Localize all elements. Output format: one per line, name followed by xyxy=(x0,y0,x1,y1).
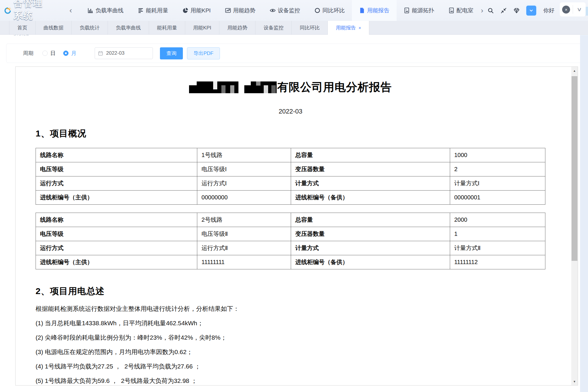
nav-item-label: 用能报告 xyxy=(367,7,390,14)
logo-icon xyxy=(4,2,11,19)
export-pdf-button[interactable]: 导出PDF xyxy=(187,47,220,59)
nav-item-energy-usage[interactable]: 能耗用量 xyxy=(131,0,175,21)
summary-intro: 根据能耗检测系统运行数据对业主整体用电进行统计分析，分析结果如下： xyxy=(36,306,545,312)
cell-value: 运行方式Ⅱ xyxy=(197,241,291,255)
tab-curve-data[interactable]: 曲线数据 xyxy=(36,21,72,34)
nav-item-label: 用能趋势 xyxy=(233,7,255,14)
cell-value: 11111112 xyxy=(450,255,545,269)
nav-item-comparison[interactable]: 同比环比 xyxy=(307,0,352,21)
tab-menu-button[interactable]: ∨ xyxy=(573,2,586,16)
compress-arrows-icon[interactable] xyxy=(500,7,507,14)
cell-label: 电压等级 xyxy=(36,227,197,241)
app-title: 能耗综合管理系统 xyxy=(14,0,52,22)
scrollbar-thumb[interactable] xyxy=(572,76,577,261)
tab-energy-trend[interactable]: 用能趋势 xyxy=(219,21,255,34)
nav-item-energy-report[interactable]: 用能报告 xyxy=(352,0,397,21)
chevron-down-icon xyxy=(529,8,534,13)
app-window: 能耗综合管理系统 ENERGY CONSUMPTION MANAGEMENT S… xyxy=(0,0,588,392)
cell-value: 1 xyxy=(450,227,545,241)
close-circle-icon: × xyxy=(562,6,570,14)
table-row: 进线柜编号（主供） 11111111 进线柜编号（备供） 11111112 xyxy=(36,255,545,269)
top-navbar: 能耗综合管理系统 ENERGY CONSUMPTION MANAGEMENT S… xyxy=(0,0,588,21)
nav-item-energy-topology[interactable]: 能源拓扑 xyxy=(397,0,441,21)
close-all-tabs-button[interactable]: × xyxy=(560,2,573,16)
summary-item-1: (1) 当月总耗电量14338.8kWh，日平均消耗电量462.54kWh； xyxy=(36,320,545,326)
report-file-icon xyxy=(359,7,365,14)
trend-chart-icon xyxy=(225,7,231,14)
circle-icon xyxy=(314,7,320,14)
cell-value: 00000001 xyxy=(450,191,545,205)
table-row: 电压等级 电压等级Ⅰ 变压器数量 2 xyxy=(36,162,545,176)
tab-energy-report[interactable]: 用能报告 × xyxy=(328,21,369,35)
cell-label: 运行方式 xyxy=(36,241,197,255)
table-row: 线路名称 1号线路 总容量 1000 xyxy=(36,148,545,162)
cell-value: 运行方式Ⅰ xyxy=(197,176,291,191)
page-scroll-strip[interactable] xyxy=(580,35,588,392)
pie-chart-icon xyxy=(182,7,188,14)
cell-value: 计量方式Ⅱ xyxy=(450,241,545,255)
tab-load-rate-curve[interactable]: 负载率曲线 xyxy=(108,21,149,34)
query-button[interactable]: 查询 xyxy=(160,47,183,59)
cell-value: 00000000 xyxy=(197,191,291,205)
month-picker-input[interactable] xyxy=(95,47,153,59)
nav-item-label: 用能KPI xyxy=(191,7,211,14)
cell-label: 计量方式 xyxy=(291,241,450,255)
radio-month-circle xyxy=(63,51,69,56)
cell-label: 总容量 xyxy=(291,148,450,162)
cell-label: 电压等级 xyxy=(36,162,197,176)
eye-icon xyxy=(270,7,276,14)
cell-value: 1号线路 xyxy=(197,148,291,162)
radio-day[interactable]: 日 xyxy=(42,50,56,57)
cell-value: 2 xyxy=(450,162,545,176)
table-row: 电压等级 电压等级Ⅱ 变压器数量 1 xyxy=(36,227,545,241)
radio-month-label: 月 xyxy=(71,50,76,57)
cell-value: 2000 xyxy=(450,213,545,227)
nav-item-device-monitor[interactable]: 设备监控 xyxy=(263,0,307,21)
scroll-up-button[interactable]: ▲ xyxy=(571,67,578,74)
table-row: 进线柜编号（主供） 00000000 进线柜编号（备供） 00000001 xyxy=(36,191,545,205)
gem-icon[interactable] xyxy=(513,7,520,14)
nav-item-label: 能耗用量 xyxy=(146,7,168,14)
tab-energy-kpi[interactable]: 用能KPI xyxy=(185,21,219,34)
nav-item-energy-kpi[interactable]: 用能KPI xyxy=(175,0,218,21)
nav-item-power-room[interactable]: 配电室 xyxy=(441,0,480,21)
nav-back-chevron-icon[interactable]: ‹ xyxy=(69,6,72,15)
nav-forward-chevron-icon[interactable]: › xyxy=(481,6,483,15)
greeting-text: 你好 xyxy=(543,7,554,14)
nav-item-label: 同比环比 xyxy=(323,7,345,14)
month-picker xyxy=(95,47,153,59)
report-toolbar: 周期 日 月 查询 导出PDF xyxy=(6,44,582,63)
tab-bar-controls: × ∨ xyxy=(560,2,586,16)
tab-device-monitor[interactable]: 设备监控 xyxy=(255,21,292,34)
report-scrollbar[interactable]: ▲ ▼ xyxy=(571,67,578,385)
summary-item-5: (5) 1号线路最大负荷为59.6 ， 2号线路最大负荷为32.98 ； xyxy=(36,378,545,384)
scroll-down-button[interactable]: ▼ xyxy=(571,378,578,385)
nav-item-label: 能源拓扑 xyxy=(412,7,434,14)
tab-close-icon[interactable]: × xyxy=(358,25,361,30)
cell-label: 计量方式 xyxy=(291,176,450,191)
cell-value: 1000 xyxy=(450,148,545,162)
cell-label: 进线柜编号（主供） xyxy=(36,255,197,269)
tab-load-stats[interactable]: 负载统计 xyxy=(72,21,108,34)
tab-energy-usage[interactable]: 能耗用量 xyxy=(149,21,185,34)
nav-item-label: 配电室 xyxy=(457,7,473,14)
cell-label: 运行方式 xyxy=(36,176,197,191)
nav-item-load-rate-curve[interactable]: 负载率曲线 xyxy=(80,0,131,21)
dropdown-button[interactable] xyxy=(526,6,536,16)
report-title-text: 有限公司用电分析报告 xyxy=(277,80,392,95)
tab-home[interactable]: 首页 xyxy=(9,21,36,34)
cell-label: 线路名称 xyxy=(36,148,197,162)
cell-value: 计量方式Ⅰ xyxy=(450,176,545,191)
line-info-table-1: 线路名称 1号线路 总容量 1000 电压等级 电压等级Ⅰ 变压器数量 2 运行… xyxy=(36,148,545,205)
nav-item-label: 负载率曲线 xyxy=(96,7,123,14)
search-icon[interactable] xyxy=(487,7,494,14)
cell-value: 11111111 xyxy=(197,255,291,269)
table-row: 运行方式 运行方式Ⅱ 计量方式 计量方式Ⅱ xyxy=(36,241,545,255)
radio-month[interactable]: 月 xyxy=(63,50,76,57)
nav-item-energy-trend[interactable]: 用能趋势 xyxy=(218,0,263,21)
company-name-redacted xyxy=(189,81,238,93)
tab-comparison[interactable]: 同比环比 xyxy=(292,21,328,34)
cell-value: 电压等级Ⅱ xyxy=(197,227,291,241)
cell-label: 总容量 xyxy=(291,213,450,227)
bar-chart-icon xyxy=(87,7,93,14)
